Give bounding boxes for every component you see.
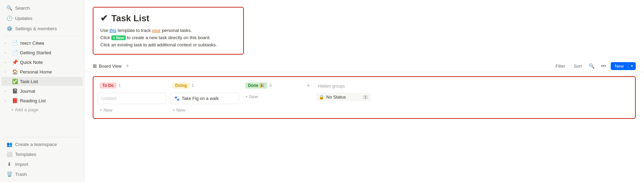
doing-count: 1 [192,83,194,88]
sidebar-item-reading-list[interactable]: › 📕 Reading List [1,96,83,105]
sidebar-label-settings: Settings & members [15,26,57,31]
banner-check-icon: ✔ [100,13,108,24]
sidebar-item-trash[interactable]: 🗑️ Trash [2,169,82,179]
board-content: To Do 1 Untitled + New Doing 1 🐾 Take Fi… [93,76,636,119]
search-icon: 🔍 [6,5,12,11]
sidebar-label-reading-list: Reading List [20,98,46,103]
reading-icon: 📕 [12,98,18,104]
todo-new-button[interactable]: + New [98,106,166,114]
sidebar-label-trash: Trash [15,172,27,177]
chevron-icon: › [5,99,10,103]
board-view-label: Board View [99,64,122,69]
board-add-view-button[interactable]: + [124,62,131,70]
check-icon: ✅ [12,78,18,84]
sidebar-item-import[interactable]: ⬇ Import [2,159,82,169]
card-untitled-text: Untitled [101,96,116,101]
card-take-fig[interactable]: 🐾 Take Fig on a walk [170,93,239,104]
banner-line3: Click an existing task to add additional… [100,42,236,49]
main-content: ✔ Task List Use this template to track y… [84,0,644,182]
board-columns: To Do 1 Untitled + New Doing 1 🐾 Take Fi… [98,81,631,114]
banner-line1: Use this template to track your personal… [100,27,236,34]
search-button[interactable]: 🔍 [587,61,596,70]
sidebar-label-create-teamspace: Create a teamspace [15,142,57,147]
doing-badge: Doing [172,82,190,89]
sidebar-top-updates[interactable]: 🕐 Updates [2,13,82,23]
sort-button[interactable]: Sort [571,62,585,70]
sidebar-item-quick-note[interactable]: › 📌 Quick Note [1,58,83,67]
journal-icon: 📓 [12,88,18,94]
column-todo-header: To Do 1 [98,81,166,90]
sidebar-top-search[interactable]: 🔍 Search [2,3,82,13]
sidebar-item-task-list[interactable]: › ✅ Task List [1,77,83,86]
board-view-icon: ⊞ [93,63,97,69]
new-button-label: New [611,62,628,70]
doing-new-button[interactable]: + New [170,106,239,114]
column-done: Done 🎉 0 + + New [243,81,312,114]
sidebar-bottom: 👥 Create a teamspace ⬜ Templates ⬇ Impor… [0,132,84,179]
trash-icon: 🗑️ [6,171,12,177]
done-badge: Done 🎉 [245,82,267,89]
gear-icon: ⚙️ [6,25,12,32]
no-status-item[interactable]: 🔒 No Status 1 [316,93,371,101]
sidebar-label-import: Import [15,162,28,167]
sidebar-label-tekst-sema: текст Сёма [20,41,44,46]
banner-title-text: Task List [111,13,149,24]
sidebar-item-create-teamspace[interactable]: 👥 Create a teamspace [2,139,82,149]
card-icon: 🐾 [174,96,180,101]
board-header-left: ⊞ Board View + [93,62,131,70]
banner-body: Use this template to track your personal… [100,27,236,48]
home-icon: 🏠 [12,69,18,75]
done-count: 0 [269,83,272,88]
sidebar-item-journal[interactable]: › 📓 Journal [1,87,83,95]
board-header-right: Filter Sort 🔍 ••• New ▾ [553,61,636,70]
column-doing-header: Doing 1 [170,81,239,90]
sidebar: 🔍 Search 🕐 Updates ⚙️ Settings & members… [0,0,84,182]
hidden-groups-label: Hidden groups [316,82,371,90]
column-done-header: Done 🎉 0 + [243,81,312,90]
template-banner: ✔ Task List Use this template to track y… [93,7,244,55]
sidebar-divider-2 [4,137,80,137]
clock-icon: 🕐 [6,15,12,21]
chevron-icon: › [5,41,10,45]
sidebar-item-personal-home[interactable]: › 🏠 Personal Home [1,67,83,76]
card-untitled[interactable]: Untitled [98,93,166,104]
add-page-label: + Add a page [11,107,38,112]
sidebar-label-templates: Templates [15,152,36,157]
chevron-icon: › [5,60,10,64]
sidebar-label-personal-home: Personal Home [20,69,52,75]
done-add-icon[interactable]: + [307,82,310,89]
filter-button[interactable]: Filter [553,62,568,70]
page-icon: 📄 [12,40,18,46]
new-button-chevron[interactable]: ▾ [628,62,636,70]
todo-count: 1 [118,83,121,88]
column-doing: Doing 1 🐾 Take Fig on a walk + New [170,81,239,114]
new-button[interactable]: New ▾ [611,62,636,70]
sidebar-label-task-list: Task List [20,79,38,84]
no-status-count: 1 [363,95,368,99]
sidebar-divider [4,36,80,36]
no-status-label: No Status [326,94,346,100]
more-options-button[interactable]: ••• [599,61,608,70]
sidebar-label-getting-started: Getting Started [20,50,51,55]
sidebar-top-settings[interactable]: ⚙️ Settings & members [2,24,82,33]
sidebar-item-getting-started[interactable]: › 📄 Getting Started [1,48,83,57]
page-icon: 📄 [12,49,18,56]
card-text: Take Fig on a walk [182,96,219,101]
sidebar-label-journal: Journal [20,89,35,94]
sidebar-item-templates[interactable]: ⬜ Templates [2,149,82,159]
templates-icon: ⬜ [6,151,12,157]
chevron-icon: › [5,80,10,83]
sidebar-label-quick-note: Quick Note [20,60,43,65]
lock-icon: 🔒 [319,94,324,100]
import-icon: ⬇ [6,161,12,167]
chevron-icon: › [5,89,10,93]
done-new-button[interactable]: + New [243,93,312,101]
banner-line2: Click + New to create a new task directl… [100,34,236,42]
board-header: ⊞ Board View + Filter Sort 🔍 ••• New ▾ [84,60,644,72]
chevron-icon: › [5,70,10,74]
sidebar-label-search: Search [15,5,30,11]
chevron-icon: › [5,51,10,55]
sidebar-item-tekst-sema[interactable]: › 📄 текст Сёма [1,38,83,47]
sidebar-add-page[interactable]: + Add a page [1,106,83,114]
column-todo: To Do 1 Untitled + New [98,81,166,114]
